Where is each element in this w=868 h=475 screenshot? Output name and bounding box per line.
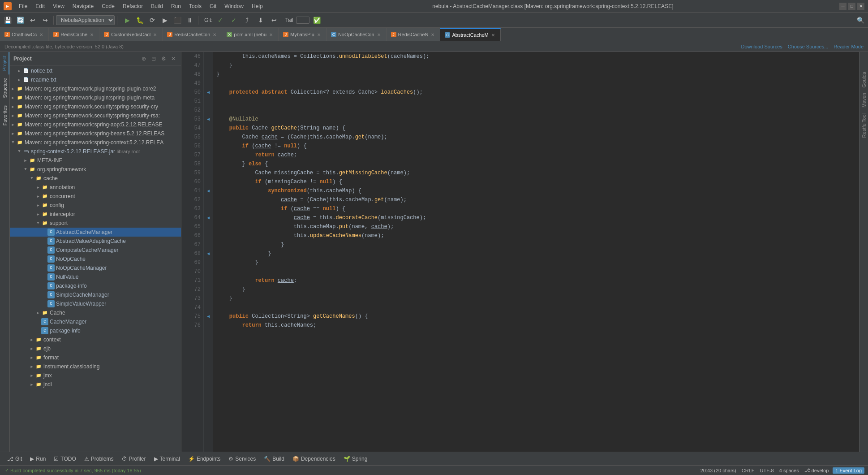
encoding[interactable]: UTF-8 <box>759 468 775 473</box>
tree-item[interactable]: ▶📁concurrent <box>10 192 181 201</box>
git-pull-button[interactable]: ⬇ <box>255 14 266 26</box>
menu-refactor[interactable]: Refactor <box>119 2 146 10</box>
git-push-button[interactable]: ⤴ <box>241 14 253 26</box>
minimize-button[interactable]: ─ <box>839 3 847 10</box>
tab-rediscachecon[interactable]: J RedisCacheCon ✕ <box>163 28 222 41</box>
tab-rediscachen[interactable]: J RedisCacheN ✕ <box>387 28 441 41</box>
tree-item[interactable]: ▶📁interceptor <box>10 210 181 219</box>
tree-item[interactable]: ▶📁Maven: org.springframework.plugin:spri… <box>10 84 181 93</box>
bottom-tab-services[interactable]: ⚙ Services <box>225 453 259 465</box>
git-revert-button[interactable]: ↩ <box>268 14 280 26</box>
tree-item[interactable]: CNoOpCache <box>10 255 181 263</box>
menu-help[interactable]: Help <box>248 2 266 10</box>
tree-item[interactable]: CAbstractCacheManager <box>10 228 181 237</box>
bottom-tab-endpoints[interactable]: ⚡ Endpoints <box>185 453 224 465</box>
menu-file[interactable]: File <box>15 2 31 10</box>
bottom-tab-run[interactable]: ▶ Run <box>26 453 49 465</box>
bottom-tab-git[interactable]: ⎇ Git <box>4 453 26 465</box>
bottom-tab-profiler[interactable]: ⏱ Profiler <box>118 453 150 465</box>
reader-mode-link[interactable]: Reader Mode <box>834 44 864 49</box>
menu-edit[interactable]: Edit <box>32 2 48 10</box>
menu-build[interactable]: Build <box>147 2 167 10</box>
structure-panel-label[interactable]: Structure <box>1 74 9 102</box>
event-log-button[interactable]: 1 Event Log <box>833 467 864 474</box>
tab-close-pomxml[interactable]: ✕ <box>268 32 274 37</box>
tree-item[interactable]: CCacheManager <box>10 317 181 326</box>
menu-code[interactable]: Code <box>98 2 118 10</box>
tree-item[interactable]: ▶📁Maven: org.springframework:spring-bean… <box>10 129 181 138</box>
tab-close-chatflow[interactable]: ✕ <box>39 32 44 37</box>
menu-view[interactable]: View <box>49 2 68 10</box>
code-view[interactable]: 4647484950515253545556575859606162636465… <box>181 52 859 452</box>
window-controls[interactable]: ─ □ ✕ <box>839 3 864 10</box>
git-branch[interactable]: ⎇ develop <box>803 467 830 473</box>
tree-item[interactable]: ▶📁Cache <box>10 308 181 317</box>
tree-item[interactable]: CNullValue <box>10 272 181 281</box>
forward-button[interactable]: ↪ <box>39 14 51 26</box>
pause-button[interactable]: ⏸ <box>184 14 196 26</box>
bottom-tab-terminal[interactable]: ▶ Terminal <box>150 453 184 465</box>
decompiled-actions[interactable]: Download Sources Choose Sources... Reade… <box>741 44 864 49</box>
bottom-tab-todo[interactable]: ☑ TODO <box>50 453 79 465</box>
git-merge-button[interactable]: ✓ <box>228 14 240 26</box>
tab-customredis[interactable]: J CustomRedisCacl ✕ <box>99 28 163 41</box>
tab-rediscache[interactable]: J RedisCache ✕ <box>49 28 99 41</box>
menu-window[interactable]: Window <box>221 2 247 10</box>
menu-git[interactable]: Git <box>206 2 220 10</box>
tab-close-customredis[interactable]: ✕ <box>152 32 158 37</box>
panel-close-button[interactable]: ✕ <box>169 55 177 63</box>
tree-item[interactable]: Cpackage-info <box>10 281 181 290</box>
close-button[interactable]: ✕ <box>857 3 864 10</box>
tree-item[interactable]: ▶📁Maven: org.springframework.plugin:spri… <box>10 93 181 102</box>
project-panel-label[interactable]: Project <box>0 52 9 74</box>
favorites-panel-label[interactable]: Favorites <box>1 102 9 129</box>
tree-item[interactable]: CCompositeCacheManager <box>10 246 181 255</box>
tree-item[interactable]: ▼🗃spring-context-5.2.12.RELEASE.jar libr… <box>10 147 181 156</box>
tree-item[interactable]: CAbstractValueAdaptingCache <box>10 237 181 246</box>
project-tree[interactable]: ▶📄notice.txt▶📄readme.txt▶📁Maven: org.spr… <box>10 65 181 452</box>
right-label-restfultool[interactable]: RestfulTool <box>860 112 868 139</box>
tab-pomxml[interactable]: X pom.xml (nebu ✕ <box>222 28 279 41</box>
line-ending[interactable]: CRLF <box>740 468 756 473</box>
panel-collapse-button[interactable]: ⊟ <box>150 55 158 63</box>
bottom-tab-spring[interactable]: 🌱 Spring <box>340 453 371 465</box>
sync-button[interactable]: 🔄 <box>14 14 26 26</box>
bottom-tab-problems[interactable]: ⚠ Problems <box>81 453 117 465</box>
tab-close-rediscachecon[interactable]: ✕ <box>212 32 217 37</box>
bottom-tab-build[interactable]: 🔨 Build <box>260 453 288 465</box>
tree-item[interactable]: ▶📁config <box>10 201 181 210</box>
coverage-button[interactable]: ⟳ <box>146 14 158 26</box>
tab-close-rediscachen[interactable]: ✕ <box>430 32 435 37</box>
right-label-goulda[interactable]: Goulda <box>860 70 868 89</box>
tree-item[interactable]: ▶📁Maven: org.springframework.security:sp… <box>10 102 181 111</box>
menu-run[interactable]: Run <box>168 2 185 10</box>
tree-item[interactable]: ▶📁Maven: org.springframework.security:sp… <box>10 111 181 120</box>
right-label-maven[interactable]: Maven <box>860 91 868 109</box>
save-button[interactable]: 💾 <box>2 14 13 26</box>
panel-gear-button[interactable]: ⚙ <box>159 55 168 63</box>
tab-close-rediscache[interactable]: ✕ <box>89 32 95 37</box>
tree-item[interactable]: ▶📁format <box>10 353 181 362</box>
menu-bar[interactable]: File Edit View Navigate Code Refactor Bu… <box>15 2 266 10</box>
panel-locate-button[interactable]: ⊕ <box>140 55 148 63</box>
menu-navigate[interactable]: Navigate <box>69 2 97 10</box>
indentation[interactable]: 4 spaces <box>778 468 800 473</box>
tree-item[interactable]: ▶📁annotation <box>10 183 181 192</box>
tree-item[interactable]: ▼📁support <box>10 219 181 228</box>
tab-abstractcache[interactable]: C AbstractCacheM ✕ <box>440 28 500 41</box>
tree-item[interactable]: CSimpleValueWrapper <box>10 299 181 308</box>
git-check-button[interactable]: ✓ <box>215 14 226 26</box>
tree-item[interactable]: CNoOpCacheManager <box>10 263 181 272</box>
tree-item[interactable]: ▶📄notice.txt <box>10 66 181 75</box>
search-button[interactable]: 🔍 <box>855 14 866 26</box>
choose-sources-link[interactable]: Choose Sources... <box>788 44 829 49</box>
tab-chatflow[interactable]: J ChatflowCc ✕ <box>0 28 49 41</box>
tree-item[interactable]: ▶📄readme.txt <box>10 75 181 84</box>
tree-item[interactable]: ▶📁META-INF <box>10 156 181 165</box>
tree-item[interactable]: ▶📁jndi <box>10 380 181 389</box>
tab-close-mybatisplus[interactable]: ✕ <box>316 32 322 37</box>
back-button[interactable]: ↩ <box>27 14 39 26</box>
tab-noopcachecon[interactable]: C NoOpCacheCon ✕ <box>327 28 387 41</box>
menu-tools[interactable]: Tools <box>185 2 205 10</box>
download-sources-link[interactable]: Download Sources <box>741 44 782 49</box>
